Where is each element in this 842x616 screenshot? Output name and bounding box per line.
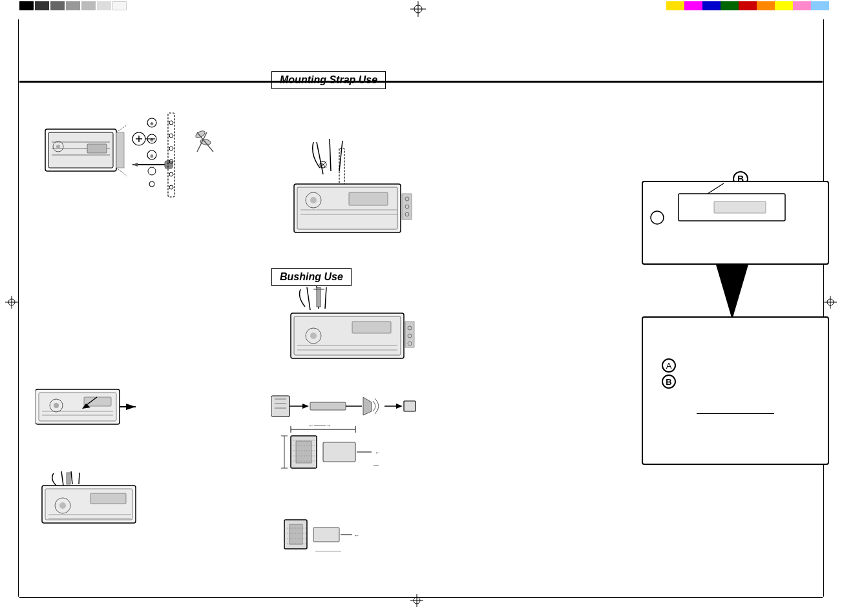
- svg-line-21: [116, 125, 127, 132]
- reg-marks-left: [19, 1, 127, 10]
- svg-rect-20: [116, 132, 124, 168]
- parts-svg: ⊕ ⊕ ⊕: [32, 100, 304, 207]
- svg-text:⊕: ⊕: [150, 154, 154, 158]
- svg-line-133: [61, 471, 63, 486]
- svg-rect-79: [405, 322, 414, 347]
- svg-point-146: [651, 211, 664, 224]
- connector-arrow-svg: [716, 265, 748, 320]
- svg-rect-118: [313, 528, 339, 542]
- svg-marker-92: [396, 404, 403, 409]
- svg-text:—————: —————: [315, 548, 341, 553]
- bushing-detail2-svg: ← —————: [278, 510, 368, 568]
- parts-exploded-diagram: ⊕ ⊕ ⊕: [32, 100, 304, 209]
- svg-rect-70: [317, 287, 321, 307]
- svg-rect-139: [90, 493, 126, 504]
- svg-text:—: —: [374, 462, 379, 467]
- top-rule: [19, 81, 823, 83]
- b-label2-text: B: [666, 377, 671, 387]
- svg-point-126: [54, 403, 59, 408]
- svg-marker-148: [716, 265, 748, 320]
- svg-marker-28: [132, 163, 138, 167]
- svg-line-51: [339, 141, 342, 171]
- connector-arrow: [716, 265, 748, 322]
- svg-line-135: [79, 473, 79, 484]
- svg-marker-88: [302, 404, 309, 409]
- svg-line-49: [317, 142, 323, 174]
- svg-text:←: ←: [375, 449, 381, 456]
- svg-point-44: [149, 181, 154, 187]
- svg-line-134: [71, 471, 72, 484]
- bushing-use-title-box: Bushing Use: [271, 268, 352, 286]
- svg-rect-63: [402, 194, 412, 220]
- svg-point-35: [169, 172, 173, 176]
- svg-text:⊕: ⊕: [150, 138, 154, 142]
- svg-point-36: [169, 185, 173, 189]
- main-unit: [45, 125, 127, 176]
- bushing-installation-diagram: [278, 284, 426, 371]
- crosshair-top-center: [410, 1, 426, 19]
- color-swatches: [666, 1, 829, 10]
- left-unit1-svg: [36, 384, 145, 429]
- svg-point-141: [59, 502, 66, 509]
- svg-text:⊕: ⊕: [150, 121, 154, 126]
- crosshair-bottom-center: [410, 594, 423, 610]
- svg-line-69: [325, 287, 326, 309]
- svg-rect-93: [404, 401, 416, 411]
- svg-rect-30: [168, 113, 174, 197]
- svg-rect-113: [289, 524, 302, 544]
- panel-top-svg: [643, 182, 830, 266]
- svg-text:←——→: ←——→: [308, 422, 332, 429]
- svg-rect-74: [352, 322, 391, 333]
- svg-rect-136: [67, 473, 70, 484]
- nuts-screws: ⊕ ⊕ ⊕: [147, 118, 156, 187]
- a-circle-label: A: [662, 358, 676, 373]
- bushing-detail-svg: ←——→ ← —: [278, 420, 407, 497]
- svg-rect-89: [310, 402, 346, 410]
- mounting-strap-title: Mounting Strap Use: [280, 74, 377, 85]
- mounting-install-svg: [278, 136, 426, 249]
- left-unit-1: [36, 384, 145, 432]
- left-unit2-svg: [36, 471, 142, 529]
- svg-line-147: [708, 183, 724, 194]
- svg-rect-145: [714, 201, 766, 213]
- svg-point-43: [148, 167, 156, 175]
- mounting-strap-title-box: Mounting Strap Use: [271, 71, 386, 89]
- info-panel-bottom: [642, 316, 829, 465]
- info-panel-top: [642, 181, 829, 265]
- svg-point-31: [169, 121, 173, 125]
- svg-rect-105: [323, 442, 355, 462]
- bushing-detail-diagram: ←——→ ← —: [278, 420, 407, 500]
- svg-point-19: [56, 145, 60, 149]
- scissors: [195, 130, 213, 152]
- underline-element: [697, 413, 774, 414]
- crosshair-right-mid: [824, 296, 837, 311]
- svg-rect-29: [165, 161, 173, 169]
- svg-rect-17: [87, 144, 107, 153]
- svg-point-32: [169, 134, 173, 138]
- svg-point-76: [310, 333, 317, 339]
- svg-rect-58: [349, 192, 388, 205]
- svg-marker-130: [126, 404, 136, 410]
- svg-point-33: [169, 147, 173, 150]
- left-margin: [18, 19, 19, 597]
- svg-text:←: ←: [354, 533, 359, 539]
- b-circle-label-bottom: B: [662, 375, 676, 389]
- mounting-strap-vertical: [168, 113, 174, 197]
- mounting-installation-diagram: [278, 136, 426, 251]
- crosshair-left-mid: [5, 296, 18, 311]
- svg-rect-124: [84, 397, 111, 406]
- a-label-text: A: [666, 361, 672, 371]
- svg-line-22: [116, 168, 127, 176]
- svg-line-50: [330, 139, 331, 171]
- svg-rect-123: [39, 393, 116, 421]
- bushing-detail-2-diagram: ← —————: [278, 510, 368, 571]
- bushing-use-title: Bushing Use: [280, 271, 343, 282]
- svg-line-67: [307, 287, 310, 310]
- svg-point-60: [310, 197, 317, 203]
- left-unit-2: [36, 471, 142, 532]
- svg-rect-99: [296, 441, 311, 463]
- bushing-install-svg: [278, 284, 426, 368]
